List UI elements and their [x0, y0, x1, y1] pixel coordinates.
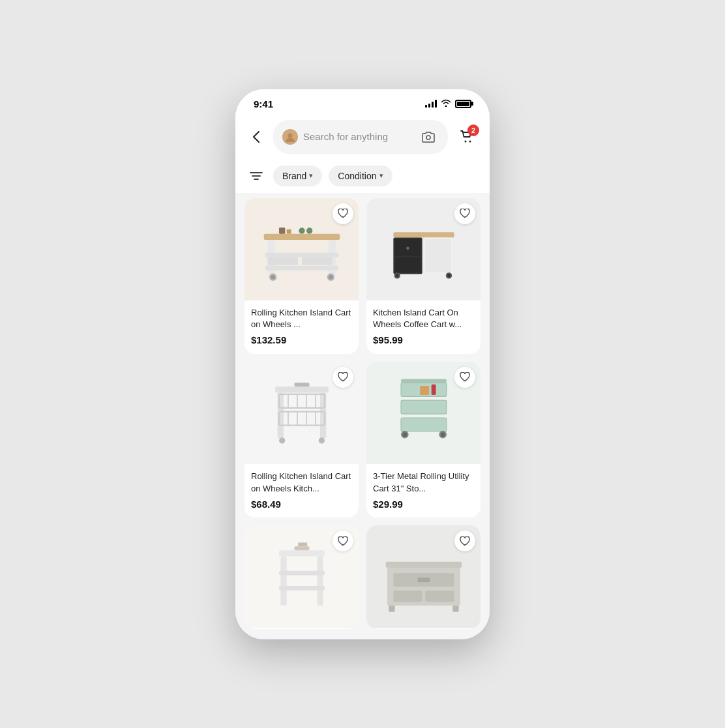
brand-filter[interactable]: Brand ▾: [273, 166, 322, 186]
svg-rect-72: [425, 590, 454, 602]
svg-rect-42: [279, 411, 325, 425]
product-price-2: $95.99: [373, 334, 474, 345]
wifi-icon: [441, 99, 451, 109]
brand-chevron: ▾: [309, 171, 313, 180]
status-bar: 9:41: [235, 89, 490, 115]
svg-rect-64: [279, 586, 325, 590]
svg-rect-70: [417, 577, 430, 582]
signal-icon: [425, 100, 437, 108]
favorite-button-2[interactable]: [454, 203, 475, 224]
svg-rect-29: [425, 239, 451, 272]
avatar: [282, 129, 298, 145]
search-placeholder: Search for anything: [303, 131, 413, 142]
condition-filter[interactable]: Condition ▾: [329, 166, 392, 186]
filters-bar: Brand ▾ Condition ▾: [235, 159, 490, 193]
svg-rect-60: [279, 550, 325, 556]
product-info-4: 3-Tier Metal Rolling Utility Cart 31" St…: [366, 464, 481, 517]
product-image-3: [244, 362, 359, 465]
product-image-4: [366, 362, 481, 465]
svg-rect-50: [401, 379, 447, 383]
svg-rect-12: [265, 266, 338, 270]
header: Search for anything 2: [235, 115, 490, 159]
svg-point-2: [426, 136, 430, 139]
svg-point-16: [271, 275, 275, 280]
product-name-4: 3-Tier Metal Rolling Utility Cart 31" St…: [373, 471, 474, 494]
svg-rect-14: [302, 257, 333, 265]
cart-button[interactable]: 2: [454, 124, 479, 149]
svg-rect-71: [393, 590, 422, 602]
svg-point-57: [402, 432, 407, 437]
search-bar[interactable]: Search for anything: [273, 120, 448, 154]
cart-badge: 2: [467, 124, 479, 136]
product-image-2: [366, 198, 481, 301]
svg-rect-52: [401, 400, 447, 414]
condition-chevron: ▾: [379, 171, 383, 180]
svg-point-1: [288, 133, 293, 138]
svg-rect-20: [286, 229, 291, 234]
favorite-button-3[interactable]: [333, 367, 353, 388]
svg-rect-23: [393, 233, 454, 238]
svg-point-49: [318, 437, 324, 443]
product-card-4[interactable]: 3-Tier Metal Rolling Utility Cart 31" St…: [366, 362, 481, 517]
product-price-3: $68.49: [251, 499, 352, 510]
filter-icon-button[interactable]: [246, 166, 267, 186]
svg-rect-54: [431, 384, 436, 394]
phone-frame: 9:41: [235, 89, 490, 639]
brand-label: Brand: [282, 171, 306, 181]
svg-point-21: [299, 228, 304, 234]
svg-point-48: [279, 437, 285, 443]
svg-rect-19: [279, 228, 285, 234]
favorite-button-1[interactable]: [333, 203, 353, 224]
product-image-6: [366, 525, 481, 628]
svg-rect-27: [406, 247, 409, 250]
status-time: 9:41: [254, 98, 273, 109]
svg-point-59: [440, 432, 445, 437]
product-name-1: Rolling Kitchen Island Cart on Wheels ..…: [251, 307, 352, 330]
svg-point-3: [465, 140, 467, 142]
product-info-3: Rolling Kitchen Island Cart on Wheels Ki…: [244, 464, 359, 517]
svg-rect-65: [294, 546, 309, 550]
svg-point-31: [395, 274, 398, 278]
svg-rect-62: [317, 557, 323, 606]
product-card-1[interactable]: Rolling Kitchen Island Cart on Wheels ..…: [244, 198, 359, 354]
condition-label: Condition: [338, 171, 376, 181]
svg-point-33: [447, 274, 451, 278]
svg-rect-74: [452, 605, 458, 611]
product-image-1: [244, 198, 359, 301]
product-price-4: $29.99: [373, 499, 474, 510]
svg-rect-55: [420, 386, 429, 395]
svg-rect-67: [385, 562, 462, 568]
product-name-2: Kitchen Island Cart On Wheels Coffee Car…: [373, 307, 474, 330]
favorite-button-4[interactable]: [454, 367, 475, 388]
product-card-2[interactable]: Kitchen Island Cart On Wheels Coffee Car…: [366, 198, 481, 354]
svg-point-22: [306, 228, 312, 234]
svg-rect-26: [394, 257, 421, 272]
svg-rect-73: [389, 605, 394, 611]
product-info-2: Kitchen Island Cart On Wheels Coffee Car…: [366, 300, 481, 353]
products-grid: Rolling Kitchen Island Cart on Wheels ..…: [235, 193, 490, 639]
product-name-3: Rolling Kitchen Island Cart on Wheels Ki…: [251, 471, 352, 494]
product-price-1: $132.59: [251, 334, 352, 345]
svg-rect-61: [280, 557, 286, 606]
svg-point-18: [328, 275, 333, 280]
product-card-3[interactable]: Rolling Kitchen Island Cart on Wheels Ki…: [244, 362, 359, 517]
svg-rect-11: [265, 253, 338, 257]
status-icons: [425, 99, 471, 109]
battery-icon: [455, 100, 471, 108]
camera-button[interactable]: [418, 126, 439, 147]
svg-rect-8: [263, 234, 340, 240]
product-card-6[interactable]: [366, 525, 481, 628]
svg-rect-37: [279, 394, 325, 408]
svg-rect-66: [298, 543, 307, 547]
svg-rect-53: [401, 418, 447, 431]
product-card-5[interactable]: [244, 525, 359, 628]
product-image-5: [244, 525, 359, 628]
svg-rect-13: [267, 257, 298, 265]
svg-rect-34: [275, 386, 329, 392]
svg-rect-47: [294, 383, 309, 386]
svg-rect-63: [279, 571, 325, 575]
product-info-1: Rolling Kitchen Island Cart on Wheels ..…: [244, 300, 359, 353]
svg-point-4: [469, 140, 471, 142]
back-button[interactable]: [246, 126, 267, 147]
